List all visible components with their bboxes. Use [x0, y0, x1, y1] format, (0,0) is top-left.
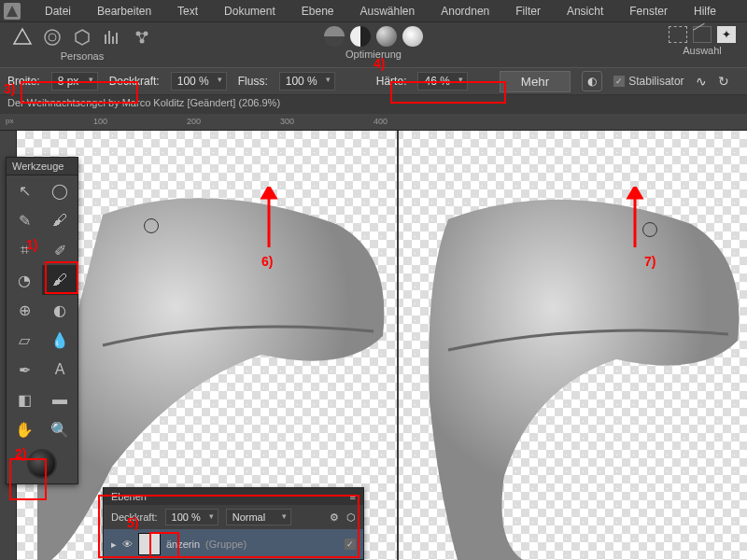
menu-auswaehlen[interactable]: Auswählen [346, 5, 428, 18]
tool-move[interactable]: ↖ [7, 175, 42, 205]
layers-tab-label[interactable]: Ebenen [111, 491, 147, 502]
opacity-label: Deckkraft: [109, 75, 160, 88]
layer-name: änzerin [166, 539, 200, 550]
menu-datei[interactable]: Datei [32, 5, 84, 18]
brush-preview-icon[interactable]: ◐ [582, 71, 602, 91]
brush-cursor-left [144, 218, 159, 233]
layers-blend-dropdown[interactable]: Normal [226, 509, 291, 525]
ruler-horizontal: px 100 200 300 400 [0, 114, 747, 131]
menu-dokument[interactable]: Dokument [211, 5, 289, 18]
layer-thumbnail [138, 533, 161, 555]
annotation-1: 1) [26, 237, 37, 252]
menu-anordnen[interactable]: Anordnen [428, 5, 502, 18]
check-icon: ✓ [613, 76, 625, 87]
tool-text[interactable]: A [42, 355, 78, 385]
layers-fx-icon[interactable]: ⬡ [346, 511, 356, 524]
menu-hilfe[interactable]: Hilfe [681, 5, 729, 18]
layers-opacity-dropdown[interactable]: 100 % [165, 509, 218, 525]
tool-hand[interactable]: ✋ [7, 414, 42, 444]
selection-label: Auswahl [683, 45, 722, 56]
layer-expand-icon[interactable]: ▸ [111, 539, 117, 551]
context-toolbar: Breite: 8 px Deckkraft: 100 % Fluss: 100… [0, 67, 747, 95]
app-logo-icon [4, 3, 21, 20]
tool-gradient[interactable]: ◧ [7, 385, 42, 414]
svg-point-1 [49, 34, 56, 41]
reset-icon[interactable]: ↻ [718, 74, 729, 89]
svg-marker-2 [76, 30, 89, 45]
persona-tone-icon[interactable] [101, 26, 123, 49]
selection-diag-icon[interactable] [693, 26, 712, 43]
curve-icon[interactable]: ∿ [696, 74, 707, 89]
menu-bearbeiten[interactable]: Bearbeiten [84, 5, 164, 18]
annotation-5: 5) [127, 515, 138, 530]
stabilizer-checkbox[interactable]: ✓ Stabilisator [613, 75, 684, 88]
tool-brush[interactable]: 🖌 [42, 205, 78, 235]
opt-icon-4[interactable] [402, 26, 423, 47]
layer-check-icon[interactable]: ✓ [345, 539, 356, 550]
hardness-label: Härte: [376, 75, 407, 88]
tool-pen[interactable]: ✒ [7, 355, 42, 385]
canvas-divider [397, 131, 399, 560]
brush-cursor-right [642, 222, 657, 237]
selection-mask-icon[interactable]: ✦ [717, 26, 736, 43]
menu-filter[interactable]: Filter [502, 5, 554, 18]
menu-ansicht[interactable]: Ansicht [554, 5, 616, 18]
opacity-dropdown[interactable]: 100 % [171, 72, 227, 91]
tool-heal[interactable]: ◔ [7, 265, 42, 295]
persona-develop-icon[interactable] [71, 26, 93, 49]
annotation-4: 4) [374, 56, 385, 71]
annotation-2: 2) [15, 446, 26, 461]
layer-visibility-icon[interactable]: 👁 [122, 539, 133, 550]
document-title: Der Weihnachtsengel by Marco Kolditz [Ge… [0, 95, 747, 114]
menu-fenster[interactable]: Fenster [616, 5, 681, 18]
toolbox-title: Werkzeuge [7, 158, 78, 175]
menu-text[interactable]: Text [164, 5, 211, 18]
personas-label: Personas [61, 50, 104, 62]
opt-icon-3[interactable] [376, 26, 397, 47]
annotation-arrow-6 [260, 187, 278, 247]
stabilizer-label: Stabilisator [628, 75, 684, 88]
annotation-6: 6) [261, 254, 273, 269]
selection-rect-icon[interactable] [669, 26, 687, 43]
toolbox-panel: Werkzeuge ↖ ◯ ✎ 🖌 ⌗ ✐ ◔ 🖌 ⊕ ◐ ▱ 💧 ✒ A ◧ … [6, 157, 78, 484]
tool-clone[interactable]: ⊕ [7, 295, 42, 325]
annotation-7: 7) [644, 254, 655, 269]
menu-ebene[interactable]: Ebene [289, 5, 347, 18]
layer-group-label: (Gruppe) [205, 539, 247, 550]
annotation-3: 3) [4, 81, 15, 96]
layers-panel: Ebenen ≡ Deckkraft: 100 % Normal ⚙ ⬡ ▸ 👁… [103, 487, 364, 560]
layers-menu-icon[interactable]: ≡ [350, 491, 356, 502]
persona-photo-icon[interactable] [11, 26, 34, 49]
svg-point-0 [45, 30, 60, 45]
opt-icon-1[interactable] [324, 26, 345, 47]
tool-dodge[interactable]: ◐ [42, 295, 78, 325]
hardness-dropdown[interactable]: 46 % [417, 72, 467, 91]
flow-label: Fluss: [238, 75, 268, 88]
tool-zoom[interactable]: 🔍 [42, 414, 78, 444]
opt-icon-2[interactable] [350, 26, 371, 47]
tool-paint-brush[interactable]: 🖌 [42, 265, 78, 295]
tool-eyedropper[interactable]: ✐ [42, 235, 78, 265]
tool-selection-brush[interactable]: ✎ [7, 205, 42, 235]
persona-liquify-icon[interactable] [41, 26, 63, 49]
layer-row[interactable]: ▸ 👁 änzerin (Gruppe) ✓ [104, 529, 363, 559]
tool-shape[interactable]: ▬ [42, 385, 78, 414]
menubar: Datei Bearbeiten Text Dokument Ebene Aus… [0, 0, 747, 22]
annotation-arrow-7 [626, 187, 644, 247]
more-button[interactable]: Mehr [500, 71, 571, 92]
tool-lasso[interactable]: ◯ [42, 175, 78, 205]
layers-settings-icon[interactable]: ⚙ [330, 511, 339, 524]
persona-export-icon[interactable] [131, 26, 153, 49]
tool-eraser[interactable]: ▱ [7, 325, 42, 355]
flow-dropdown[interactable]: 100 % [279, 72, 335, 91]
width-dropdown[interactable]: 8 px [51, 72, 98, 91]
tool-blur[interactable]: 💧 [42, 325, 78, 355]
